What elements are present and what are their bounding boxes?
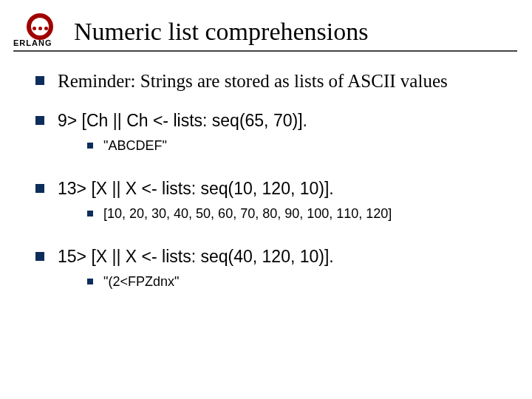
square-bullet-icon bbox=[35, 76, 44, 85]
list-item-text: 15> [X || X <- lists: seq(40, 120, 10)]. bbox=[58, 247, 502, 267]
list-item-text: Reminder: Strings are stored as lists of… bbox=[58, 71, 448, 92]
square-bullet-icon bbox=[87, 279, 93, 284]
list-subitem-text: "ABCDEF" bbox=[103, 138, 167, 154]
list-subitem-text: "(2<FPZdnx" bbox=[103, 274, 179, 290]
logo-text: ERLANG bbox=[13, 38, 52, 47]
square-bullet-icon bbox=[35, 252, 44, 261]
list-item-text: 13> [X || X <- lists: seq(10, 120, 10)]. bbox=[58, 179, 502, 199]
logo-dots-icon bbox=[33, 27, 48, 30]
list-item: 9> [Ch || Ch <- lists: seq(65, 70)]. "AB… bbox=[35, 111, 502, 160]
list-item: 13> [X || X <- lists: seq(10, 120, 10)].… bbox=[35, 179, 502, 228]
square-bullet-icon bbox=[87, 211, 93, 216]
list-subitem-text: [10, 20, 30, 40, 50, 60, 70, 80, 90, 100… bbox=[103, 206, 392, 222]
slide-title: Numeric list comprehensions bbox=[74, 18, 368, 47]
list-item: 15> [X || X <- lists: seq(40, 120, 10)].… bbox=[35, 247, 502, 296]
list-item-text: 9> [Ch || Ch <- lists: seq(65, 70)]. bbox=[58, 111, 502, 131]
square-bullet-icon bbox=[35, 116, 44, 125]
list-subitem: "ABCDEF" bbox=[87, 138, 502, 154]
list-item: Reminder: Strings are stored as lists of… bbox=[35, 71, 502, 92]
slide-header: ERLANG Numeric list comprehensions bbox=[0, 0, 532, 47]
erlang-logo: ERLANG bbox=[13, 13, 66, 47]
slide-content: Reminder: Strings are stored as lists of… bbox=[0, 52, 532, 296]
list-subitem: [10, 20, 30, 40, 50, 60, 70, 80, 90, 100… bbox=[87, 206, 502, 222]
square-bullet-icon bbox=[35, 184, 44, 193]
square-bullet-icon bbox=[87, 143, 93, 149]
list-subitem: "(2<FPZdnx" bbox=[87, 274, 502, 290]
